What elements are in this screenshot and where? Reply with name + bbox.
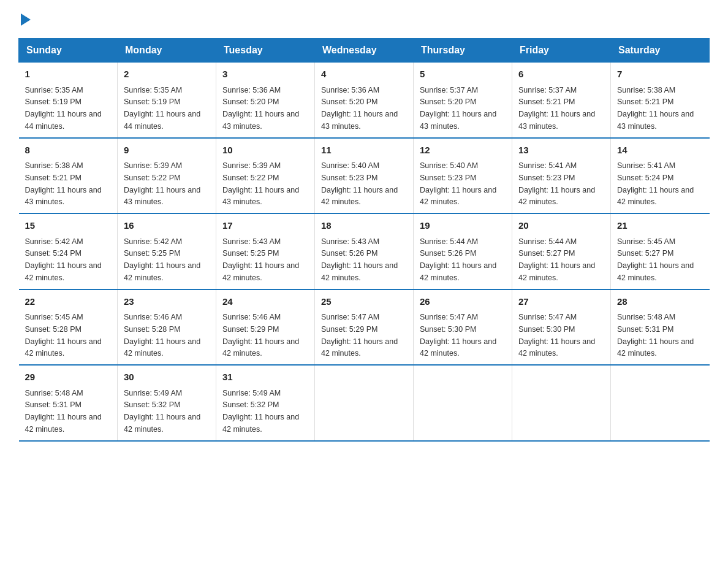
calendar-cell: 10 Sunrise: 5:39 AM Sunset: 5:22 PM Dayl…	[216, 138, 315, 214]
day-number: 19	[420, 219, 506, 233]
calendar-cell	[611, 365, 710, 441]
logo-arrow-icon	[21, 13, 31, 26]
day-number: 5	[420, 67, 506, 82]
calendar-cell: 27 Sunrise: 5:47 AM Sunset: 5:30 PM Dayl…	[512, 289, 611, 366]
calendar-table: SundayMondayTuesdayWednesdayThursdayFrid…	[18, 38, 710, 442]
day-number: 6	[518, 67, 604, 82]
calendar-cell: 15 Sunrise: 5:42 AM Sunset: 5:24 PM Dayl…	[19, 213, 118, 289]
daylight-info: Daylight: 11 hours and 43 minutes.	[420, 110, 496, 131]
day-number: 25	[321, 295, 407, 309]
daylight-info: Daylight: 11 hours and 42 minutes.	[124, 261, 200, 282]
daylight-info: Daylight: 11 hours and 42 minutes.	[25, 337, 102, 358]
day-number: 14	[617, 144, 703, 158]
sunset-info: Sunset: 5:20 PM	[321, 98, 377, 106]
day-number: 28	[617, 295, 703, 309]
calendar-cell: 19 Sunrise: 5:44 AM Sunset: 5:26 PM Dayl…	[414, 213, 512, 289]
calendar-cell: 9 Sunrise: 5:39 AM Sunset: 5:22 PM Dayli…	[118, 138, 216, 214]
calendar-cell: 17 Sunrise: 5:43 AM Sunset: 5:25 PM Dayl…	[216, 213, 315, 289]
day-number: 23	[124, 295, 210, 309]
calendar-week-row: 22 Sunrise: 5:45 AM Sunset: 5:28 PM Dayl…	[19, 289, 710, 366]
sunrise-info: Sunrise: 5:45 AM	[25, 313, 83, 321]
daylight-info: Daylight: 11 hours and 42 minutes.	[617, 186, 694, 207]
sunrise-info: Sunrise: 5:41 AM	[617, 161, 675, 170]
column-header-thursday: Thursday	[414, 39, 512, 63]
day-number: 9	[124, 144, 210, 158]
column-header-monday: Monday	[118, 39, 216, 63]
column-header-saturday: Saturday	[611, 39, 710, 63]
calendar-cell	[315, 365, 414, 441]
sunset-info: Sunset: 5:29 PM	[321, 325, 377, 334]
sunrise-info: Sunrise: 5:37 AM	[420, 86, 478, 94]
sunset-info: Sunset: 5:22 PM	[222, 174, 279, 182]
sunrise-info: Sunrise: 5:36 AM	[321, 86, 379, 94]
calendar-cell: 4 Sunrise: 5:36 AM Sunset: 5:20 PM Dayli…	[315, 63, 414, 138]
sunset-info: Sunset: 5:23 PM	[518, 174, 575, 182]
sunrise-info: Sunrise: 5:48 AM	[25, 389, 83, 397]
daylight-info: Daylight: 11 hours and 42 minutes.	[518, 337, 595, 358]
sunset-info: Sunset: 5:21 PM	[25, 174, 82, 182]
calendar-week-row: 1 Sunrise: 5:35 AM Sunset: 5:19 PM Dayli…	[19, 63, 710, 138]
sunset-info: Sunset: 5:23 PM	[321, 174, 377, 182]
day-number: 12	[420, 144, 506, 158]
page-header	[18, 12, 710, 26]
day-number: 27	[518, 295, 604, 309]
daylight-info: Daylight: 11 hours and 44 minutes.	[124, 110, 200, 131]
calendar-cell: 25 Sunrise: 5:47 AM Sunset: 5:29 PM Dayl…	[315, 289, 414, 366]
daylight-info: Daylight: 11 hours and 43 minutes.	[518, 110, 595, 131]
sunset-info: Sunset: 5:30 PM	[518, 325, 575, 334]
day-number: 13	[518, 144, 604, 158]
daylight-info: Daylight: 11 hours and 43 minutes.	[25, 186, 102, 207]
calendar-cell: 13 Sunrise: 5:41 AM Sunset: 5:23 PM Dayl…	[512, 138, 611, 214]
sunrise-info: Sunrise: 5:45 AM	[617, 237, 675, 246]
day-number: 2	[124, 67, 210, 82]
calendar-cell	[512, 365, 611, 441]
calendar-cell: 31 Sunrise: 5:49 AM Sunset: 5:32 PM Dayl…	[216, 365, 315, 441]
column-header-tuesday: Tuesday	[216, 39, 315, 63]
daylight-info: Daylight: 11 hours and 42 minutes.	[617, 261, 694, 282]
sunset-info: Sunset: 5:32 PM	[222, 400, 279, 409]
sunset-info: Sunset: 5:20 PM	[222, 98, 279, 106]
daylight-info: Daylight: 11 hours and 44 minutes.	[25, 110, 102, 131]
sunset-info: Sunset: 5:25 PM	[124, 249, 180, 258]
calendar-cell: 20 Sunrise: 5:44 AM Sunset: 5:27 PM Dayl…	[512, 213, 611, 289]
daylight-info: Daylight: 11 hours and 42 minutes.	[124, 337, 200, 358]
calendar-cell: 18 Sunrise: 5:43 AM Sunset: 5:26 PM Dayl…	[315, 213, 414, 289]
column-header-friday: Friday	[512, 39, 611, 63]
calendar-cell: 24 Sunrise: 5:46 AM Sunset: 5:29 PM Dayl…	[216, 289, 315, 366]
day-number: 1	[25, 67, 112, 82]
sunset-info: Sunset: 5:27 PM	[617, 249, 673, 258]
day-number: 22	[25, 295, 112, 309]
daylight-info: Daylight: 11 hours and 42 minutes.	[420, 337, 496, 358]
sunset-info: Sunset: 5:29 PM	[222, 325, 279, 334]
day-number: 24	[222, 295, 308, 309]
day-number: 16	[124, 219, 210, 233]
day-number: 30	[124, 370, 210, 385]
calendar-cell: 1 Sunrise: 5:35 AM Sunset: 5:19 PM Dayli…	[19, 63, 118, 138]
sunset-info: Sunset: 5:28 PM	[124, 325, 180, 334]
day-number: 26	[420, 295, 506, 309]
daylight-info: Daylight: 11 hours and 42 minutes.	[222, 261, 299, 282]
sunrise-info: Sunrise: 5:49 AM	[124, 389, 182, 397]
sunrise-info: Sunrise: 5:39 AM	[124, 161, 182, 170]
column-header-wednesday: Wednesday	[315, 39, 414, 63]
sunrise-info: Sunrise: 5:42 AM	[25, 237, 83, 246]
sunrise-info: Sunrise: 5:38 AM	[617, 86, 675, 94]
daylight-info: Daylight: 11 hours and 42 minutes.	[124, 413, 200, 434]
sunset-info: Sunset: 5:32 PM	[124, 400, 180, 409]
daylight-info: Daylight: 11 hours and 43 minutes.	[124, 186, 200, 207]
column-header-sunday: Sunday	[19, 39, 118, 63]
sunset-info: Sunset: 5:19 PM	[124, 98, 180, 106]
calendar-cell: 3 Sunrise: 5:36 AM Sunset: 5:20 PM Dayli…	[216, 63, 315, 138]
sunrise-info: Sunrise: 5:49 AM	[222, 389, 281, 397]
sunset-info: Sunset: 5:26 PM	[321, 249, 377, 258]
sunrise-info: Sunrise: 5:40 AM	[420, 161, 478, 170]
daylight-info: Daylight: 11 hours and 42 minutes.	[420, 186, 496, 207]
day-number: 18	[321, 219, 407, 233]
daylight-info: Daylight: 11 hours and 43 minutes.	[222, 110, 299, 131]
sunrise-info: Sunrise: 5:35 AM	[25, 86, 83, 94]
calendar-cell: 14 Sunrise: 5:41 AM Sunset: 5:24 PM Dayl…	[611, 138, 710, 214]
daylight-info: Daylight: 11 hours and 42 minutes.	[25, 413, 102, 434]
sunset-info: Sunset: 5:21 PM	[518, 98, 575, 106]
sunset-info: Sunset: 5:19 PM	[25, 98, 82, 106]
day-number: 21	[617, 219, 703, 233]
